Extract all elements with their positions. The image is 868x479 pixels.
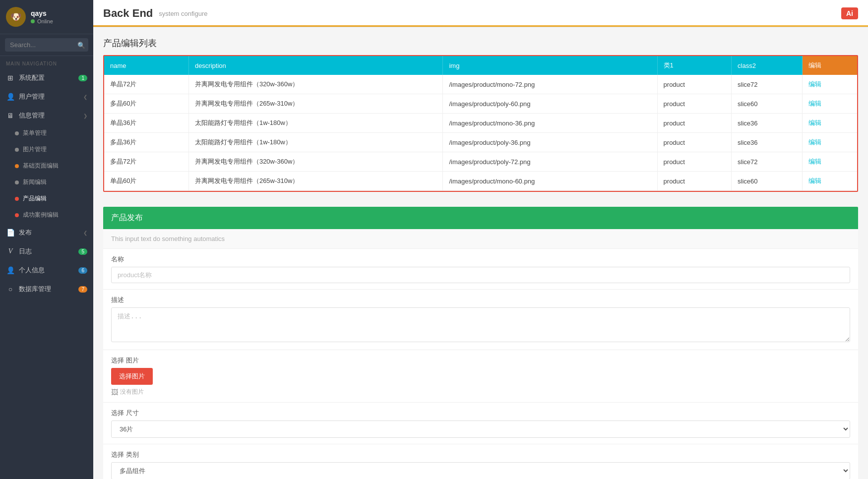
sidebar-item-label: 数据库管理 (19, 285, 76, 294)
page-subtitle: system configure (159, 10, 207, 17)
cell-class2: slice36 (732, 114, 803, 133)
cell-img: /images/product/poly-36.png (443, 133, 657, 152)
cell-class1: product (657, 172, 731, 191)
edit-link[interactable]: 编辑 (808, 119, 821, 126)
sidebar: 🐶 qays Online 🔍 MAIN NAVIGATION ⊞ 系统配置 1… (0, 0, 93, 479)
search-icon[interactable]: 🔍 (77, 41, 85, 49)
col-edit: 编辑 (803, 56, 857, 75)
status-indicator: Online (31, 18, 53, 24)
category-select[interactable]: 多晶组件 (111, 462, 850, 479)
sidebar-sub-item-news-edit[interactable]: 新闻编辑 (0, 174, 93, 190)
category-label: 选择 类别 (111, 450, 850, 459)
sidebar-item-db-mgmt[interactable]: ○ 数据库管理 7 (0, 280, 93, 299)
sidebar-sub-item-image-edit[interactable]: 图片管理 (0, 141, 93, 158)
cell-description: 太阳能路灯专用组件（1w-180w） (188, 114, 443, 133)
sidebar-sub-item-success-case[interactable]: 成功案例编辑 (0, 207, 93, 223)
sidebar-item-publish[interactable]: 📄 发布 ❮ (0, 223, 93, 242)
cell-class1: product (657, 152, 731, 172)
badge-personal: 6 (78, 267, 87, 274)
table-row: 单晶36片 太阳能路灯专用组件（1w-180w） /images/product… (104, 114, 857, 133)
sub-item-label: 成功案例编辑 (23, 211, 59, 219)
cell-name: 单晶60片 (104, 172, 188, 191)
cell-img: /images/product/poly-60.png (443, 94, 657, 114)
edit-link[interactable]: 编辑 (808, 100, 821, 107)
cell-class2: slice60 (732, 94, 803, 114)
sidebar-item-logs[interactable]: V 日志 5 (0, 242, 93, 261)
cell-name: 多晶60片 (104, 94, 188, 114)
dot-icon (15, 164, 19, 168)
col-name: name (104, 56, 188, 75)
edit-link[interactable]: 编辑 (808, 80, 821, 88)
col-description: description (188, 56, 443, 75)
user-icon: 👤 (6, 93, 15, 101)
online-dot (31, 19, 35, 23)
cell-img: /images/product/mono-72.png (443, 75, 657, 94)
dot-icon (15, 213, 19, 217)
cell-class1: product (657, 133, 731, 152)
edit-link[interactable]: 编辑 (808, 177, 821, 184)
name-input[interactable] (111, 267, 850, 283)
cell-edit[interactable]: 编辑 (803, 114, 857, 133)
badge-db: 7 (78, 286, 87, 293)
edit-link[interactable]: 编辑 (808, 138, 821, 146)
sidebar-item-label: 个人信息 (19, 266, 76, 275)
status-text: Online (37, 18, 53, 24)
table-row: 多晶72片 并离网发电专用组件（320w-360w） /images/produ… (104, 152, 857, 172)
cell-edit[interactable]: 编辑 (803, 172, 857, 191)
page-title: Back End (103, 7, 153, 20)
size-select[interactable]: 36片 (111, 420, 850, 438)
topbar: Back End system configure Ai (93, 0, 868, 27)
edit-link[interactable]: 编辑 (808, 158, 821, 165)
dot-icon (15, 148, 19, 152)
main-content: Back End system configure Ai 产品编辑列表 name… (93, 0, 868, 479)
form-group-image: 选择 图片 选择图片 没有图片 (103, 350, 858, 403)
col-class1: 类1 (657, 56, 731, 75)
no-image-indicator: 没有图片 (111, 388, 850, 396)
sidebar-item-label: 信息管理 (19, 111, 83, 120)
cell-edit[interactable]: 编辑 (803, 152, 857, 172)
dot-icon (15, 180, 19, 184)
cell-name: 多晶72片 (104, 152, 188, 172)
cell-img: /images/product/poly-72.png (443, 152, 657, 172)
cell-edit[interactable]: 编辑 (803, 133, 857, 152)
size-label: 选择 尺寸 (111, 409, 850, 418)
cell-description: 并离网发电专用组件（320w-360w） (188, 152, 443, 172)
sidebar-item-personal-info[interactable]: 👤 个人信息 6 (0, 261, 93, 280)
sidebar-sub-item-page-edit[interactable]: 基础页面编辑 (0, 158, 93, 174)
cell-name: 多晶36片 (104, 133, 188, 152)
dot-icon (15, 131, 19, 135)
search-wrap: 🔍 (5, 38, 88, 52)
sidebar-profile: 🐶 qays Online (0, 0, 93, 34)
cell-name: 单晶72片 (104, 75, 188, 94)
chevron-down-icon: ❮ (83, 94, 87, 100)
avatar: 🐶 (6, 7, 26, 27)
db-icon: ○ (6, 285, 15, 293)
cell-class2: slice60 (732, 172, 803, 191)
content-area: 产品编辑列表 name description img 类1 class2 编辑… (93, 27, 868, 479)
cell-description: 并离网发电专用组件（265w-310w） (188, 172, 443, 191)
sidebar-item-user-mgmt[interactable]: 👤 用户管理 ❮ (0, 87, 93, 106)
sub-item-label: 产品编辑 (23, 194, 47, 203)
select-image-button[interactable]: 选择图片 (111, 368, 153, 385)
cell-edit[interactable]: 编辑 (803, 75, 857, 94)
sidebar-item-info-mgmt[interactable]: 🖥 信息管理 ❯ (0, 106, 93, 125)
publish-title: 产品发布 (111, 213, 143, 222)
sidebar-item-system-config[interactable]: ⊞ 系统配置 1 (0, 68, 93, 87)
table-row: 单晶72片 并离网发电专用组件（320w-360w） /images/produ… (104, 75, 857, 94)
chevron-down-icon: ❯ (83, 113, 87, 119)
search-input[interactable] (5, 38, 88, 52)
cell-edit[interactable]: 编辑 (803, 94, 857, 114)
sidebar-sub-item-menu-edit[interactable]: 菜单管理 (0, 125, 93, 141)
col-img: img (443, 56, 657, 75)
sidebar-item-label: 日志 (19, 247, 76, 256)
cell-class2: slice36 (732, 133, 803, 152)
nav-section-label: MAIN NAVIGATION (0, 56, 93, 68)
sidebar-sub-item-product-edit[interactable]: 产品编辑 (0, 190, 93, 207)
sidebar-item-label: 系统配置 (19, 73, 76, 82)
cell-description: 并离网发电专用组件（265w-310w） (188, 94, 443, 114)
description-textarea[interactable] (111, 307, 850, 342)
accent-line (93, 25, 868, 27)
cell-class1: product (657, 94, 731, 114)
cell-name: 单晶36片 (104, 114, 188, 133)
cell-class1: product (657, 75, 731, 94)
